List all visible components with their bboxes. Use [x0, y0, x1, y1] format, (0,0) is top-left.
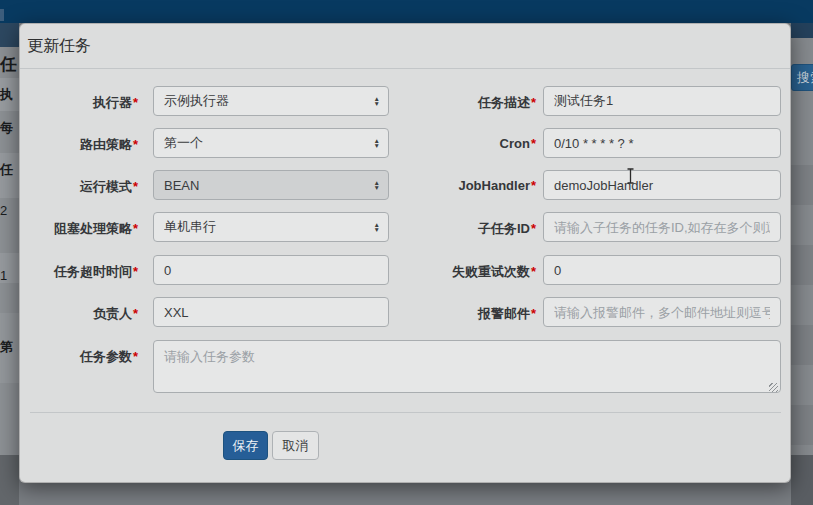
job-desc-input[interactable]: [543, 86, 781, 116]
retry-count-input[interactable]: [543, 255, 781, 285]
glue-type-select[interactable]: BEAN ▲▼: [153, 170, 389, 200]
route-strategy-label: 路由策略*: [20, 136, 138, 154]
top-navbar: [0, 0, 813, 23]
bg-fragment: 1: [0, 268, 7, 283]
bg-fragment: 2: [0, 203, 7, 218]
footer-divider: [30, 412, 781, 413]
executor-label: 执行器*: [20, 94, 138, 112]
modal-title: 更新任务: [27, 36, 91, 57]
cancel-button[interactable]: 取消: [272, 431, 319, 460]
block-strategy-label: 阻塞处理策略*: [20, 220, 138, 238]
save-button[interactable]: 保存: [223, 431, 268, 460]
select-arrows-icon: ▲▼: [374, 180, 380, 190]
alarm-email-input[interactable]: [543, 297, 781, 327]
job-params-label: 任务参数*: [20, 348, 138, 366]
select-arrows-icon: ▲▼: [374, 96, 380, 106]
owner-label: 负责人*: [20, 305, 138, 323]
timeout-label: 任务超时时间*: [20, 263, 138, 281]
timeout-input[interactable]: [153, 255, 389, 285]
retry-count-label: 失败重试次数*: [391, 263, 536, 281]
jobhandler-label: JobHandler*: [391, 178, 536, 193]
search-button[interactable]: 搜索: [791, 64, 813, 91]
job-params-textarea[interactable]: [153, 340, 781, 393]
cron-label: Cron*: [391, 136, 536, 151]
child-jobid-input[interactable]: [543, 212, 781, 242]
job-desc-label: 任务描述*: [391, 94, 536, 112]
screen: 任 执 每 任 2 1 第 搜索 更新任务 执行器* 示例执行器 ▲▼ 任务描述…: [0, 0, 813, 505]
select-arrows-icon: ▲▼: [374, 138, 380, 148]
select-arrows-icon: ▲▼: [374, 222, 380, 232]
block-strategy-select[interactable]: 单机串行 ▲▼: [153, 212, 389, 242]
bg-fragment-page-title: 任: [0, 53, 17, 76]
alarm-email-label: 报警邮件*: [391, 305, 536, 323]
background-page-left-strip: 任 执 每 任 2 1 第: [0, 23, 19, 505]
update-task-modal: 更新任务 执行器* 示例执行器 ▲▼ 任务描述* 路由策略* 第一个 ▲▼ Cr…: [19, 23, 791, 483]
bg-fragment: 第: [0, 338, 13, 356]
modal-header: 更新任务: [20, 24, 790, 69]
route-strategy-select[interactable]: 第一个 ▲▼: [153, 128, 389, 158]
background-page-right-strip: [791, 23, 813, 505]
child-jobid-label: 子任务ID*: [391, 220, 536, 238]
bg-fragment: 执: [0, 86, 13, 104]
navbar-logo-fragment: [0, 9, 4, 21]
bg-fragment: 每: [0, 119, 13, 137]
owner-input[interactable]: [153, 297, 389, 327]
executor-select[interactable]: 示例执行器 ▲▼: [153, 86, 389, 116]
ibeam-cursor-icon: [626, 168, 635, 184]
cron-input[interactable]: [543, 128, 781, 158]
textarea-resize-handle[interactable]: [769, 383, 778, 392]
jobhandler-input[interactable]: [543, 170, 781, 200]
glue-type-label: 运行模式*: [20, 178, 138, 196]
bg-fragment: 任: [0, 161, 13, 179]
